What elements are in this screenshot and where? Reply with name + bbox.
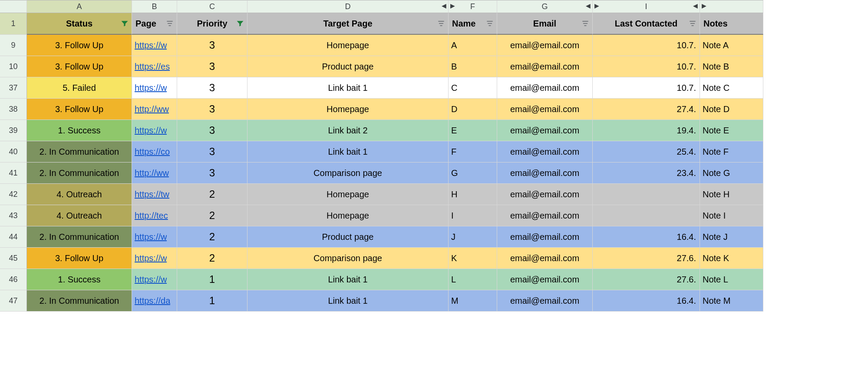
status-cell[interactable]: 2. In Communication xyxy=(27,163,132,184)
page-link[interactable]: http://ww xyxy=(135,104,169,114)
page-cell[interactable]: https://w xyxy=(132,77,177,99)
page-link[interactable]: https://w xyxy=(135,40,167,50)
header-notes[interactable]: Notes xyxy=(700,13,763,35)
col-header-C[interactable]: C xyxy=(177,0,248,13)
status-cell[interactable]: 2. In Communication xyxy=(27,290,132,312)
name-cell[interactable]: D xyxy=(449,99,497,120)
notes-cell[interactable]: Note J xyxy=(700,226,763,248)
last-contacted-cell[interactable]: 27.6. xyxy=(593,269,700,290)
page-link[interactable]: https://da xyxy=(135,296,170,306)
email-cell[interactable]: email@email.com xyxy=(497,141,593,163)
page-cell[interactable]: http://tec xyxy=(132,205,177,226)
name-cell[interactable]: B xyxy=(449,56,497,77)
last-contacted-cell[interactable]: 27.6. xyxy=(593,248,700,269)
email-cell[interactable]: email@email.com xyxy=(497,205,593,226)
header-name[interactable]: Name xyxy=(449,13,497,35)
page-cell[interactable]: https://es xyxy=(132,56,177,77)
page-link[interactable]: https://w xyxy=(135,126,167,136)
last-contacted-cell[interactable]: 19.4. xyxy=(593,120,700,141)
priority-cell[interactable]: 3 xyxy=(177,141,248,163)
row-header[interactable]: 9 xyxy=(0,35,27,56)
email-cell[interactable]: email@email.com xyxy=(497,226,593,248)
target-cell[interactable]: Link bait 2 xyxy=(248,120,449,141)
target-cell[interactable]: Homepage xyxy=(248,99,449,120)
target-cell[interactable]: Link bait 1 xyxy=(248,290,449,312)
last-contacted-cell[interactable]: 27.4. xyxy=(593,99,700,120)
name-cell[interactable]: M xyxy=(449,290,497,312)
priority-cell[interactable]: 3 xyxy=(177,56,248,77)
last-contacted-cell[interactable]: 10.7. xyxy=(593,77,700,99)
header-page[interactable]: Page xyxy=(132,13,177,35)
last-contacted-cell[interactable]: 10.7. xyxy=(593,56,700,77)
row-header[interactable]: 38 xyxy=(0,99,27,120)
row-header[interactable]: 47 xyxy=(0,290,27,312)
page-cell[interactable]: http://ww xyxy=(132,163,177,184)
priority-cell[interactable]: 1 xyxy=(177,269,248,290)
last-contacted-cell[interactable]: 10.7. xyxy=(593,35,700,56)
col-header-G[interactable]: G ◀ xyxy=(497,0,593,13)
col-header-notes[interactable]: ▶ xyxy=(700,0,763,13)
expand-right-icon[interactable]: ▶ xyxy=(594,2,599,9)
priority-cell[interactable]: 3 xyxy=(177,120,248,141)
page-cell[interactable]: https://da xyxy=(132,290,177,312)
header-priority[interactable]: Priority xyxy=(177,13,248,35)
last-contacted-cell[interactable]: 16.4. xyxy=(593,226,700,248)
page-cell[interactable]: https://tw xyxy=(132,184,177,205)
target-cell[interactable]: Link bait 1 xyxy=(248,141,449,163)
target-cell[interactable]: Link bait 1 xyxy=(248,269,449,290)
status-cell[interactable]: 1. Success xyxy=(27,120,132,141)
target-cell[interactable]: Product page xyxy=(248,226,449,248)
priority-cell[interactable]: 2 xyxy=(177,205,248,226)
last-contacted-cell[interactable] xyxy=(593,205,700,226)
row-header[interactable]: 40 xyxy=(0,141,27,163)
notes-cell[interactable]: Note E xyxy=(700,120,763,141)
row-header[interactable]: 42 xyxy=(0,184,27,205)
collapse-left-icon[interactable]: ◀ xyxy=(693,2,698,9)
page-link[interactable]: https://es xyxy=(135,62,170,72)
name-cell[interactable]: K xyxy=(449,248,497,269)
header-status[interactable]: Status xyxy=(27,13,132,35)
status-cell[interactable]: 2. In Communication xyxy=(27,226,132,248)
priority-cell[interactable]: 2 xyxy=(177,184,248,205)
status-cell[interactable]: 4. Outreach xyxy=(27,184,132,205)
target-cell[interactable]: Homepage xyxy=(248,205,449,226)
page-link[interactable]: https://tw xyxy=(135,189,169,199)
priority-cell[interactable]: 3 xyxy=(177,99,248,120)
row-header[interactable]: 46 xyxy=(0,269,27,290)
col-header-B[interactable]: B xyxy=(132,0,177,13)
page-cell[interactable]: https://w xyxy=(132,35,177,56)
email-cell[interactable]: email@email.com xyxy=(497,290,593,312)
notes-cell[interactable]: Note F xyxy=(700,141,763,163)
notes-cell[interactable]: Note M xyxy=(700,290,763,312)
name-cell[interactable]: J xyxy=(449,226,497,248)
filter-icon[interactable] xyxy=(165,19,174,28)
email-cell[interactable]: email@email.com xyxy=(497,77,593,99)
target-cell[interactable]: Homepage xyxy=(248,184,449,205)
page-link[interactable]: https://w xyxy=(135,232,167,242)
name-cell[interactable]: F xyxy=(449,141,497,163)
row-header[interactable]: 45 xyxy=(0,248,27,269)
filter-icon[interactable] xyxy=(688,19,697,28)
email-cell[interactable]: email@email.com xyxy=(497,120,593,141)
collapse-left-icon[interactable]: ◀ xyxy=(442,2,446,9)
filter-icon[interactable] xyxy=(581,19,590,28)
last-contacted-cell[interactable]: 25.4. xyxy=(593,141,700,163)
col-header-I[interactable]: ▶ I ◀ xyxy=(593,0,700,13)
header-last-contacted[interactable]: Last Contacted xyxy=(593,13,700,35)
filter-active-icon[interactable] xyxy=(120,19,129,28)
name-cell[interactable]: I xyxy=(449,205,497,226)
notes-cell[interactable]: Note B xyxy=(700,56,763,77)
status-cell[interactable]: 2. In Communication xyxy=(27,141,132,163)
notes-cell[interactable]: Note K xyxy=(700,248,763,269)
page-cell[interactable]: https://co xyxy=(132,141,177,163)
page-link[interactable]: http://ww xyxy=(135,168,169,178)
email-cell[interactable]: email@email.com xyxy=(497,163,593,184)
row-header[interactable]: 43 xyxy=(0,205,27,226)
row-header[interactable]: 39 xyxy=(0,120,27,141)
page-cell[interactable]: http://ww xyxy=(132,99,177,120)
email-cell[interactable]: email@email.com xyxy=(497,269,593,290)
priority-cell[interactable]: 3 xyxy=(177,35,248,56)
col-header-D[interactable]: D ◀ xyxy=(248,0,449,13)
priority-cell[interactable]: 3 xyxy=(177,163,248,184)
filter-active-icon[interactable] xyxy=(236,19,244,28)
